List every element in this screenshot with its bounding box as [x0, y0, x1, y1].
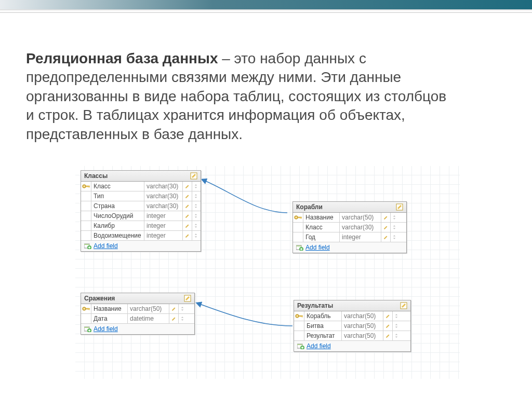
- edit-table-icon[interactable]: [400, 302, 407, 309]
- field-row[interactable]: ЧислоОрудийinteger: [81, 211, 201, 221]
- reorder-handle[interactable]: [179, 304, 186, 313]
- table-header[interactable]: Классы: [81, 171, 201, 182]
- edit-field-icon[interactable]: [383, 321, 393, 331]
- reorder-handle[interactable]: [192, 201, 200, 211]
- field-row[interactable]: Странаvarchar(30): [81, 201, 201, 211]
- field-row[interactable]: Битваvarchar(50): [294, 321, 410, 331]
- edit-field-icon[interactable]: [383, 311, 393, 321]
- key-icon: [82, 306, 90, 312]
- reorder-handle[interactable]: [192, 221, 200, 230]
- relation-arrow-battles-results: [194, 300, 295, 331]
- add-field-icon: [297, 343, 304, 349]
- svg-rect-34: [297, 344, 302, 345]
- field-type: varchar(50): [128, 304, 169, 313]
- edit-field-icon[interactable]: [183, 191, 192, 201]
- edit-table-icon[interactable]: [396, 203, 403, 211]
- field-type: varchar(30): [144, 182, 183, 191]
- field-rows: Корабльvarchar(50)Битваvarchar(50)Резуль…: [294, 311, 410, 341]
- field-type: datetime: [128, 314, 169, 323]
- table-header[interactable]: Результаты: [294, 300, 410, 311]
- reorder-handle[interactable]: [393, 321, 400, 331]
- field-row[interactable]: Классvarchar(30): [81, 182, 201, 191]
- field-row[interactable]: Классvarchar(30): [293, 223, 406, 232]
- edit-field-icon[interactable]: [169, 314, 179, 323]
- edit-field-icon[interactable]: [183, 231, 192, 240]
- add-field-label: Add field: [307, 342, 331, 350]
- table-battles[interactable]: Сражения Названиеvarchar(50)Датаdatetime…: [81, 293, 195, 335]
- add-field-label: Add field: [94, 242, 118, 250]
- svg-rect-31: [301, 315, 301, 317]
- field-row[interactable]: Названиеvarchar(50): [81, 304, 194, 314]
- reorder-handle[interactable]: [192, 191, 200, 201]
- field-name: Тип: [91, 191, 144, 201]
- reorder-handle[interactable]: [192, 231, 200, 240]
- edit-field-icon[interactable]: [183, 211, 192, 221]
- reorder-handle[interactable]: [393, 331, 400, 340]
- edit-table-icon[interactable]: [190, 172, 197, 180]
- svg-point-11: [295, 217, 296, 218]
- add-field-icon: [84, 326, 91, 332]
- svg-rect-5: [89, 186, 89, 188]
- field-name: Калибр: [91, 221, 144, 230]
- field-name: Класс: [91, 182, 144, 191]
- field-name: Водоизмещение: [91, 231, 144, 240]
- edit-table-icon[interactable]: [184, 295, 191, 302]
- edit-field-icon[interactable]: [183, 182, 192, 191]
- table-classes[interactable]: Классы Классvarchar(30)Типvarchar(30)Стр…: [81, 170, 201, 252]
- add-field-label: Add field: [94, 325, 118, 333]
- field-name: Класс: [303, 223, 340, 232]
- intro-term: Реляционная база данных: [26, 50, 218, 66]
- field-type: integer: [144, 211, 183, 221]
- field-type: varchar(30): [144, 201, 183, 211]
- svg-point-29: [296, 315, 297, 317]
- field-row[interactable]: Годinteger: [293, 232, 406, 242]
- field-row[interactable]: Результатvarchar(50): [294, 331, 410, 341]
- table-header[interactable]: Сражения: [81, 293, 194, 304]
- slide-top-accent: [0, 0, 532, 9]
- table-title: Сражения: [84, 295, 115, 302]
- field-row[interactable]: Типvarchar(30): [81, 191, 201, 201]
- relation-arrow-classes-ships: [199, 175, 292, 217]
- field-row[interactable]: Названиеvarchar(50): [293, 213, 406, 223]
- field-name: Корабль: [304, 311, 342, 321]
- edit-field-icon[interactable]: [183, 221, 192, 230]
- reorder-handle[interactable]: [192, 182, 200, 191]
- add-field-link[interactable]: Add field: [81, 324, 194, 334]
- add-field-link[interactable]: Add field: [294, 341, 410, 351]
- table-ships[interactable]: Корабли Названиеvarchar(50)Классvarchar(…: [292, 201, 407, 253]
- field-name: Дата: [91, 314, 128, 323]
- add-field-icon: [84, 243, 91, 249]
- primary-key-cell: [293, 213, 303, 222]
- add-field-link[interactable]: Add field: [293, 242, 406, 253]
- primary-key-cell: [81, 191, 91, 201]
- edit-field-icon[interactable]: [169, 304, 179, 313]
- reorder-handle[interactable]: [391, 213, 398, 222]
- field-name: Название: [303, 213, 340, 222]
- field-type: varchar(50): [342, 321, 383, 331]
- key-icon: [294, 214, 302, 221]
- svg-point-20: [83, 308, 84, 309]
- svg-rect-23: [89, 308, 89, 310]
- field-row[interactable]: Калибрinteger: [81, 221, 201, 231]
- table-results[interactable]: Результаты Корабльvarchar(50)Битваvarcha…: [294, 300, 411, 352]
- edit-field-icon[interactable]: [381, 223, 391, 232]
- field-row[interactable]: Датаdatetime: [81, 314, 194, 324]
- field-type: varchar(50): [342, 311, 383, 321]
- reorder-handle[interactable]: [391, 223, 398, 232]
- field-row[interactable]: Водоизмещениеinteger: [81, 231, 201, 241]
- add-field-icon: [296, 244, 303, 251]
- table-header[interactable]: Корабли: [293, 202, 406, 213]
- add-field-label: Add field: [305, 244, 330, 251]
- reorder-handle[interactable]: [192, 211, 200, 221]
- edit-field-icon[interactable]: [381, 232, 391, 242]
- edit-field-icon[interactable]: [183, 201, 192, 211]
- reorder-handle[interactable]: [179, 314, 186, 323]
- primary-key-cell: [81, 221, 91, 230]
- add-field-link[interactable]: Add field: [81, 241, 201, 251]
- edit-field-icon[interactable]: [381, 213, 391, 222]
- field-row[interactable]: Корабльvarchar(50): [294, 311, 410, 321]
- reorder-handle[interactable]: [391, 232, 398, 242]
- edit-field-icon[interactable]: [383, 331, 393, 340]
- field-name: Страна: [91, 201, 144, 211]
- reorder-handle[interactable]: [393, 311, 400, 321]
